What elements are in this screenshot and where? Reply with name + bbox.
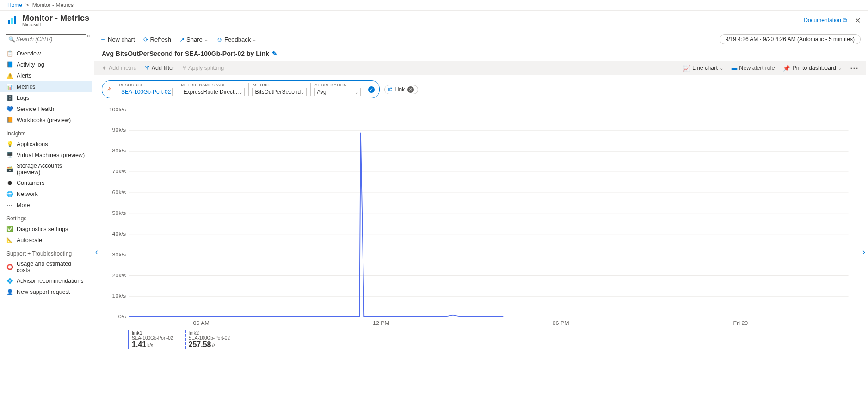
sidebar-item-new-support-request[interactable]: 👤New support request	[0, 286, 92, 298]
segment-icon: ⑆	[388, 86, 392, 93]
add-metric-button[interactable]: ✦Add metric	[102, 65, 136, 72]
health-icon: 💙	[6, 106, 13, 112]
legend-sub: SEA-100Gb-Port-02	[132, 335, 173, 341]
breadcrumb-home[interactable]: Home	[7, 2, 22, 8]
chevron-down-icon: ⌄	[720, 66, 723, 71]
add-filter-button[interactable]: ⧩Add filter	[145, 65, 174, 72]
sidebar-item-alerts[interactable]: ⚠️Alerts	[0, 70, 92, 81]
sidebar-item-containers[interactable]: ⬢Containers	[0, 177, 92, 189]
remove-chip-icon[interactable]: ✕	[407, 86, 414, 93]
sidebar-group-title: Support + Troubleshooting	[0, 246, 92, 259]
sidebar-item-label: Diagnostics settings	[17, 226, 68, 232]
refresh-icon: ⟳	[143, 36, 148, 43]
chart-next-button[interactable]: ›	[862, 247, 865, 257]
share-icon: ↗	[179, 36, 185, 43]
split-icon: ⑂	[183, 65, 186, 71]
legend-name: link2	[189, 330, 230, 335]
chevron-down-icon: ⌄	[252, 37, 256, 42]
documentation-link[interactable]: Documentation ⧉	[804, 17, 847, 24]
sidebar-item-activity-log[interactable]: 📘Activity log	[0, 59, 92, 70]
chart-zone: ‹ › 0/s10k/s20k/s30k/s40k/s50k/s60k/s70k…	[92, 100, 868, 420]
feedback-icon: ☺	[216, 36, 222, 43]
svg-text:10k/s: 10k/s	[112, 293, 126, 298]
sidebar-item-autoscale[interactable]: 📐Autoscale	[0, 235, 92, 246]
sidebar-item-label: Applications	[17, 141, 48, 147]
sidebar-item-overview[interactable]: 📋Overview	[0, 48, 92, 59]
chart-type-selector[interactable]: 📈Line chart⌄	[683, 65, 723, 72]
refresh-button[interactable]: ⟳Refresh	[143, 36, 172, 43]
resource-selector[interactable]: SEA-100Gb-Port-02	[119, 88, 173, 96]
close-icon[interactable]: ✕	[855, 16, 861, 25]
svg-text:20k/s: 20k/s	[112, 273, 126, 278]
sidebar-item-metrics[interactable]: 📊Metrics	[0, 81, 92, 92]
share-button[interactable]: ↗Share⌄	[179, 36, 208, 43]
autoscale-icon: 📐	[6, 237, 13, 243]
sidebar-item-label: Usage and estimated costs	[17, 261, 86, 274]
chart-prev-button[interactable]: ‹	[95, 247, 98, 257]
sidebar-group-title: Insights	[0, 126, 92, 139]
metrics-icon: 📊	[6, 84, 13, 90]
pin-icon: 📌	[783, 65, 790, 72]
link-chip[interactable]: ⑆ Link ✕	[384, 85, 418, 94]
sidebar-item-storage-accounts-preview-[interactable]: 🗃️Storage Accounts (preview)	[0, 161, 92, 177]
confirm-icon[interactable]: ✓	[368, 86, 375, 93]
more-options-button[interactable]: ⋯	[850, 63, 859, 73]
metric-pill: ⚠ RESOURCE SEA-100Gb-Port-02 METRIC NAME…	[102, 80, 380, 98]
sidebar-item-usage-and-estimated-costs[interactable]: ⭕Usage and estimated costs	[0, 259, 92, 275]
monitor-icon	[7, 14, 18, 27]
page-header: Monitor - Metrics Microsoft Documentatio…	[0, 11, 868, 30]
metric-selector[interactable]: BitsOutPerSecond⌄	[252, 88, 307, 96]
sidebar-item-service-health[interactable]: 💙Service Health	[0, 103, 92, 115]
svg-text:90k/s: 90k/s	[112, 128, 126, 133]
feedback-button[interactable]: ☺Feedback⌄	[216, 36, 256, 43]
sidebar-item-label: Logs	[17, 95, 29, 101]
time-range-selector[interactable]: 9/19 4:26 AM - 9/20 4:26 AM (Automatic -…	[720, 34, 861, 44]
add-metric-icon: ✦	[102, 65, 107, 72]
external-link-icon: ⧉	[843, 17, 847, 24]
aggregation-selector[interactable]: Avg⌄	[314, 88, 361, 96]
storage-icon: 🗃️	[6, 166, 13, 172]
svg-text:70k/s: 70k/s	[112, 169, 126, 174]
sidebar-item-label: Metrics	[17, 84, 35, 90]
namespace-selector[interactable]: ExpressRoute Direct...⌄	[181, 88, 245, 96]
advisor-icon: 💠	[6, 278, 13, 284]
search-input[interactable]	[6, 34, 86, 44]
overview-icon: 📋	[6, 50, 13, 57]
sidebar-item-more[interactable]: ⋯More	[0, 200, 92, 211]
svg-text:06 AM: 06 AM	[193, 321, 209, 326]
chart[interactable]: 0/s10k/s20k/s30k/s40k/s50k/s60k/s70k/s80…	[106, 105, 854, 327]
sidebar: « 🔍 📋Overview📘Activity log⚠️Alerts📊Metri…	[0, 30, 92, 420]
containers-icon: ⬢	[6, 180, 13, 186]
sidebar-item-label: Activity log	[17, 61, 44, 68]
sidebar-item-label: Overview	[17, 50, 41, 57]
sidebar-item-applications[interactable]: 💡Applications	[0, 139, 92, 150]
sidebar-item-label: Network	[17, 191, 38, 197]
main-content: ＋New chart ⟳Refresh ↗Share⌄ ☺Feedback⌄ 9…	[92, 30, 868, 420]
new-alert-button[interactable]: ▬New alert rule	[732, 65, 775, 71]
alert-icon: ▬	[732, 65, 738, 71]
sidebar-item-label: Service Health	[17, 106, 54, 112]
more-icon: ⋯	[6, 202, 13, 208]
sidebar-item-network[interactable]: 🌐Network	[0, 189, 92, 200]
sidebar-item-label: New support request	[17, 289, 70, 295]
sidebar-item-diagnostics-settings[interactable]: ✅Diagnostics settings	[0, 224, 92, 235]
line-chart-icon: 📈	[683, 65, 690, 72]
edit-title-icon[interactable]: ✎	[272, 50, 277, 57]
legend-item-link1[interactable]: link1SEA-100Gb-Port-021.41k/s	[128, 330, 173, 349]
sidebar-item-label: Autoscale	[17, 237, 42, 243]
apply-splitting-button[interactable]: ⑂Apply splitting	[183, 65, 224, 71]
vm-icon: 🖥️	[6, 152, 13, 158]
legend-item-link2[interactable]: link2SEA-100Gb-Port-02257.58/s	[185, 330, 230, 349]
network-icon: 🌐	[6, 191, 13, 197]
svg-text:100k/s: 100k/s	[109, 107, 126, 112]
pin-dashboard-button[interactable]: 📌Pin to dashboard⌄	[783, 65, 842, 72]
sidebar-item-virtual-machines-preview-[interactable]: 🖥️Virtual Machines (preview)	[0, 150, 92, 161]
metric-label: METRIC	[252, 83, 307, 87]
new-chart-button[interactable]: ＋New chart	[100, 35, 135, 43]
filter-icon: ⧩	[145, 65, 150, 72]
sidebar-item-logs[interactable]: 🗄️Logs	[0, 92, 92, 103]
support-icon: 👤	[6, 289, 13, 295]
sidebar-item-advisor-recommendations[interactable]: 💠Advisor recommendations	[0, 275, 92, 286]
sidebar-item-workbooks-preview-[interactable]: 📙Workbooks (preview)	[0, 115, 92, 126]
namespace-label: METRIC NAMESPACE	[181, 83, 245, 87]
